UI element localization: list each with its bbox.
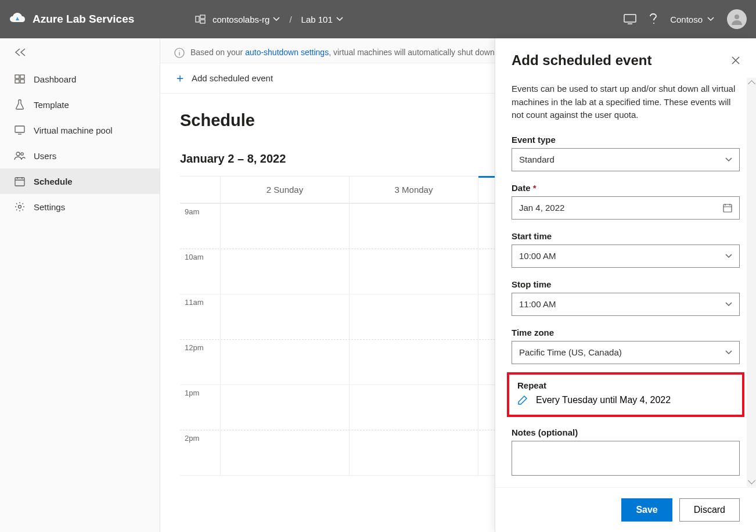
event-type-value: Standard [519, 154, 555, 164]
chevron-down-icon [336, 17, 343, 21]
help-icon[interactable] [649, 13, 657, 25]
tenant-menu[interactable]: Contoso [670, 15, 714, 24]
sidebar-item-users[interactable]: Users [0, 143, 160, 168]
calendar-cell[interactable] [221, 430, 350, 475]
date-input[interactable]: Jan 4, 2022 [512, 196, 740, 220]
azure-lab-logo-icon [9, 11, 26, 27]
event-type-label: Event type [512, 135, 740, 145]
calendar-cell[interactable] [350, 430, 478, 475]
sidebar: Dashboard Template Virtual machine pool … [0, 38, 160, 532]
calendar-cell[interactable] [350, 385, 478, 430]
calendar-cell[interactable] [350, 204, 478, 249]
resource-group-icon [195, 15, 206, 24]
breadcrumb-lab[interactable]: Lab 101 [298, 12, 347, 27]
field-start-time: Start time 10:00 AM [512, 231, 740, 268]
chevron-double-left-icon [14, 48, 27, 56]
sidebar-item-template[interactable]: Template [0, 92, 160, 117]
stop-time-select[interactable]: 11:00 AM [512, 293, 740, 316]
notes-label: Notes (optional) [512, 427, 740, 437]
panel-title: Add scheduled event [512, 52, 651, 69]
sidebar-label: Settings [34, 202, 65, 212]
flask-icon [14, 99, 26, 110]
calendar-cell[interactable] [221, 294, 350, 339]
stop-time-label: Stop time [512, 279, 740, 289]
sidebar-label: Schedule [34, 177, 73, 186]
calendar-cell[interactable] [350, 340, 478, 384]
calendar-cell[interactable] [221, 249, 350, 294]
event-type-select[interactable]: Standard [512, 148, 740, 171]
time-label: 12pm [180, 340, 221, 384]
discard-button[interactable]: Discard [679, 498, 740, 522]
monitor-icon [14, 125, 26, 135]
gear-icon [14, 202, 26, 212]
chevron-down-icon [725, 350, 732, 355]
calendar-cell[interactable] [221, 385, 350, 430]
time-label: 11am [180, 294, 221, 339]
sidebar-label: Users [34, 151, 56, 161]
time-label: 1pm [180, 385, 221, 430]
field-stop-time: Stop time 11:00 AM [512, 279, 740, 316]
person-icon [730, 13, 743, 26]
user-avatar[interactable] [727, 9, 747, 29]
calendar-day-header[interactable]: 3 Monday [350, 177, 478, 203]
info-icon [174, 48, 185, 58]
date-value: Jan 4, 2022 [519, 203, 723, 213]
sidebar-item-schedule[interactable]: Schedule [0, 168, 160, 194]
users-icon [14, 151, 26, 160]
svg-point-4 [653, 23, 654, 24]
svg-rect-13 [15, 178, 24, 186]
panel-description: Events can be used to start up and/or sh… [512, 82, 740, 122]
breadcrumb: contosolabs-rg / Lab 101 [195, 12, 347, 27]
time-label: 10am [180, 249, 221, 294]
start-time-label: Start time [512, 231, 740, 241]
calendar-cell[interactable] [350, 294, 478, 339]
svg-rect-0 [196, 16, 199, 22]
calendar-cell[interactable] [221, 204, 350, 249]
svg-point-5 [735, 15, 739, 19]
add-event-panel: Add scheduled event Events can be used t… [495, 38, 756, 532]
calendar-cell[interactable] [350, 249, 478, 294]
global-header: Azure Lab Services contosolabs-rg / Lab … [0, 0, 756, 38]
plus-icon: ＋ [174, 70, 186, 86]
start-time-select[interactable]: 10:00 AM [512, 245, 740, 268]
start-time-value: 10:00 AM [519, 251, 556, 261]
chevron-down-icon [707, 17, 714, 21]
svg-rect-3 [624, 15, 636, 22]
svg-rect-2 [200, 20, 205, 23]
calendar-day-header[interactable]: 2 Sunday [221, 177, 350, 203]
breadcrumb-resource-group[interactable]: contosolabs-rg [209, 12, 283, 27]
breadcrumb-lab-label: Lab 101 [301, 15, 333, 24]
panel-close-button[interactable] [732, 56, 740, 64]
monitor-icon[interactable] [624, 14, 636, 24]
save-button[interactable]: Save [621, 498, 672, 522]
calendar-cell[interactable] [221, 340, 350, 384]
svg-rect-8 [15, 80, 19, 83]
timezone-value: Pacific Time (US, Canada) [519, 347, 622, 357]
sidebar-label: Template [34, 100, 69, 110]
timezone-select[interactable]: Pacific Time (US, Canada) [512, 341, 740, 364]
sidebar-collapse[interactable] [0, 38, 160, 66]
auto-shutdown-link[interactable]: auto-shutdown settings [245, 48, 329, 57]
tenant-label: Contoso [670, 15, 703, 24]
notes-textarea[interactable] [512, 441, 740, 476]
field-notes: Notes (optional) [512, 427, 740, 476]
svg-point-12 [21, 153, 23, 155]
chevron-down-icon [725, 302, 732, 307]
sidebar-item-settings[interactable]: Settings [0, 194, 160, 220]
panel-scrollbar[interactable] [747, 78, 756, 487]
svg-point-14 [19, 206, 21, 209]
close-icon [732, 56, 740, 64]
header-actions: Contoso [624, 9, 747, 29]
sidebar-item-dashboard[interactable]: Dashboard [0, 66, 160, 92]
field-event-type: Event type Standard [512, 135, 740, 171]
repeat-edit-button[interactable]: Every Tuesday until May 4, 2022 [517, 395, 734, 405]
date-label: Date * [512, 183, 740, 193]
svg-rect-16 [723, 204, 732, 212]
chevron-down-icon [725, 254, 732, 258]
sidebar-item-vm-pool[interactable]: Virtual machine pool [0, 117, 160, 143]
repeat-summary: Every Tuesday until May 4, 2022 [536, 395, 671, 405]
time-label: 9am [180, 204, 221, 249]
time-label: 2pm [180, 430, 221, 475]
svg-rect-9 [20, 80, 24, 83]
add-scheduled-event-button[interactable]: ＋ Add scheduled event [174, 70, 273, 86]
